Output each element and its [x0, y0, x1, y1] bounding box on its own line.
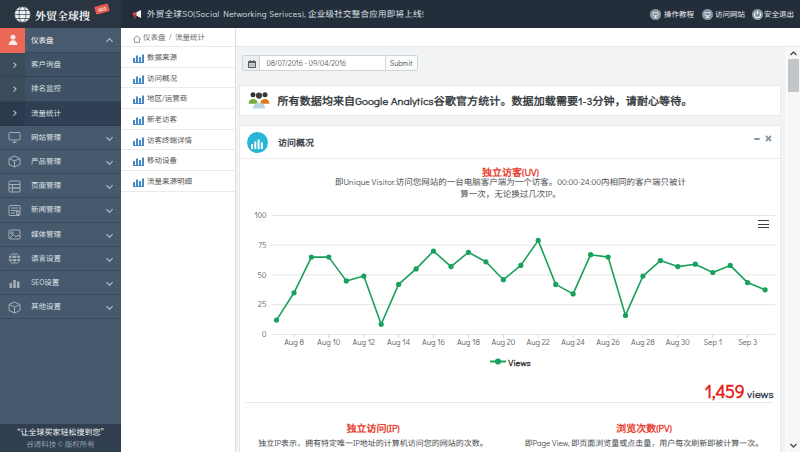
svg-text:Aug 30: Aug 30	[665, 337, 689, 347]
svg-text:0: 0	[262, 329, 267, 339]
svg-text:75: 75	[258, 240, 266, 250]
svg-text:Aug 14: Aug 14	[387, 337, 411, 347]
svg-text:50: 50	[257, 270, 266, 280]
svg-text:25: 25	[258, 299, 266, 309]
svg-text:Aug 22: Aug 22	[526, 337, 549, 347]
svg-text:Aug 20: Aug 20	[491, 337, 515, 347]
svg-text:Aug 18: Aug 18	[456, 337, 480, 347]
svg-text:Aug 26: Aug 26	[596, 337, 620, 347]
svg-text:100: 100	[254, 210, 267, 220]
svg-text:Aug 8: Aug 8	[284, 337, 304, 347]
svg-text:Aug 24: Aug 24	[561, 337, 585, 347]
svg-text:Aug 28: Aug 28	[631, 337, 655, 347]
svg-text:Aug 12: Aug 12	[352, 337, 375, 347]
svg-text:Sep 1: Sep 1	[703, 337, 721, 347]
svg-text:Sep 3: Sep 3	[737, 337, 756, 347]
svg-text:Aug 10: Aug 10	[317, 337, 341, 347]
svg-text:Aug 16: Aug 16	[422, 337, 445, 347]
